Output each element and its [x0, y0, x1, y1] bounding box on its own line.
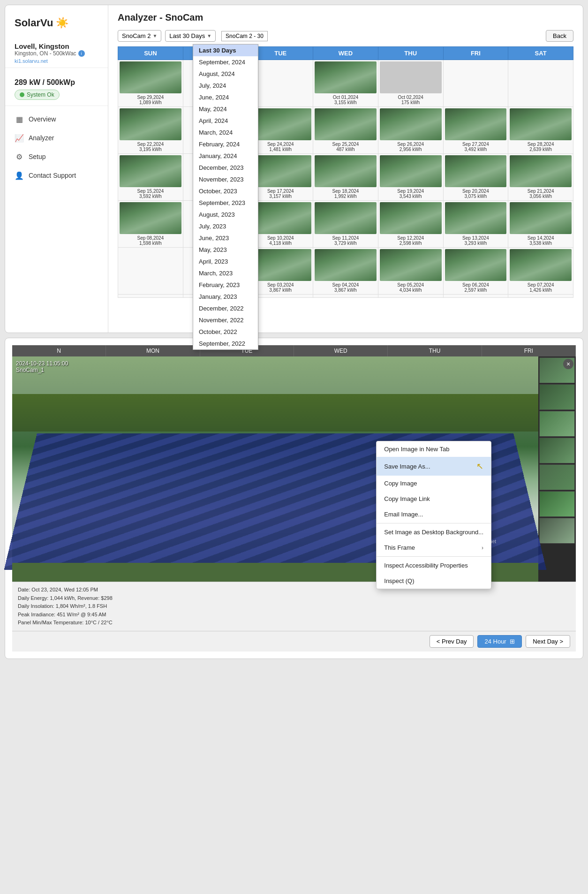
- cal-cell[interactable]: Sep 11,20243,729 kWh: [313, 201, 378, 248]
- cal-cell[interactable]: Sep 27,20243,492 kWh: [443, 107, 508, 154]
- power-info: 289 kW / 500kWp System Ok: [5, 73, 108, 106]
- cal-cell[interactable]: Sep 06,20242,597 kWh: [443, 248, 508, 295]
- dropdown-item-4[interactable]: June, 2024: [193, 91, 258, 103]
- thumb-item[interactable]: [539, 491, 575, 517]
- cal-cell[interactable]: Sep 12,20242,598 kWh: [378, 201, 443, 248]
- cal-cell[interactable]: Sep 22,20243,195 kWh: [118, 107, 183, 154]
- page-title: Analyzer - SnoCam: [118, 12, 573, 23]
- context-email-image[interactable]: Email Image...: [377, 507, 491, 522]
- cal-cell[interactable]: Sep 05,20244,034 kWh: [378, 248, 443, 295]
- dropdown-item-23[interactable]: November, 2022: [193, 314, 258, 326]
- cal-cell[interactable]: Sep 28,20242,639 kWh: [508, 107, 573, 154]
- dropdown-item-21[interactable]: January, 2023: [193, 291, 258, 303]
- modal-header-n: N: [12, 345, 106, 356]
- site-name: Lovell, Kingston: [15, 42, 98, 50]
- context-set-background[interactable]: Set Image as Desktop Background...: [377, 524, 491, 540]
- cal-cell[interactable]: Sep 20,20243,075 kWh: [443, 154, 508, 201]
- status-dot: [20, 92, 24, 97]
- site-url[interactable]: ki1.solarvu.net: [15, 58, 98, 64]
- cal-header-sun: SUN: [118, 47, 183, 60]
- dropdown-item-9[interactable]: January, 2024: [193, 150, 258, 162]
- context-menu: Open Image in New Tab Save Image As... ↖…: [376, 441, 491, 589]
- context-divider-2: [377, 556, 491, 557]
- dropdown-item-0[interactable]: Last 30 Days: [193, 45, 258, 56]
- cal-cell[interactable]: Sep 07,20241,426 kWh: [508, 248, 573, 295]
- cal-cell[interactable]: Sep 25,2024487 kWh: [313, 107, 378, 154]
- calendar-grid: SUN MON TUE WED THU FRI SAT Sep 29,20241…: [118, 46, 573, 298]
- dropdown-item-16[interactable]: June, 2023: [193, 232, 258, 244]
- dropdown-item-24[interactable]: October, 2022: [193, 326, 258, 338]
- sidebar-item-setup[interactable]: ⚙ Setup: [5, 147, 108, 166]
- back-button[interactable]: Back: [546, 30, 573, 42]
- dropdown-item-11[interactable]: November, 2023: [193, 174, 258, 185]
- camera-modal: N MON TUE WED THU FRI × 2024-10-23 11:05…: [5, 338, 583, 659]
- dropdown-item-14[interactable]: August, 2023: [193, 209, 258, 220]
- cal-cell[interactable]: Sep 04,20243,867 kWh: [313, 248, 378, 295]
- dropdown-item-10[interactable]: December, 2023: [193, 162, 258, 174]
- context-copy-link[interactable]: Copy Image Link: [377, 491, 491, 507]
- cal-cell[interactable]: Sep 21,20243,056 kWh: [508, 154, 573, 201]
- thumb-item[interactable]: [539, 411, 575, 437]
- cal-cell[interactable]: Sep 15,20243,592 kWh: [118, 154, 183, 201]
- cal-cell[interactable]: Sep 19,20243,543 kWh: [378, 154, 443, 201]
- close-button[interactable]: ×: [563, 359, 573, 369]
- next-day-button[interactable]: Next Day >: [526, 635, 570, 648]
- context-save-image[interactable]: Save Image As... ↖: [377, 457, 491, 476]
- cal-cell[interactable]: Sep 26,20242,956 kWh: [378, 107, 443, 154]
- camera-image[interactable]: 2024-10-23 11:05:00 SnoCam_1 ru.net Open…: [12, 356, 538, 582]
- cam-select[interactable]: SnoCam 2 ▼: [118, 30, 161, 42]
- prev-day-button[interactable]: < Prev Day: [430, 635, 474, 648]
- cal-cell[interactable]: Sep 08,20241,598 kWh: [118, 201, 183, 248]
- thumb-item[interactable]: [539, 438, 575, 463]
- cursor-icon: ↖: [476, 461, 483, 471]
- dropdown-item-6[interactable]: April, 2024: [193, 115, 258, 127]
- context-inspect[interactable]: Inspect (Q): [377, 573, 491, 589]
- dropdown-item-7[interactable]: March, 2024: [193, 127, 258, 138]
- dropdown-item-2[interactable]: August, 2024: [193, 68, 258, 80]
- power-text: 289 kW / 500kWp: [15, 78, 98, 87]
- context-inspect-accessibility[interactable]: Inspect Accessibility Properties: [377, 558, 491, 573]
- dropdown-item-15[interactable]: July, 2023: [193, 220, 258, 232]
- overview-icon: ▦: [15, 114, 24, 124]
- context-open-image[interactable]: Open Image in New Tab: [377, 441, 491, 457]
- dropdown-item-1[interactable]: September, 2024: [193, 56, 258, 68]
- sidebar-item-overview[interactable]: ▦ Overview: [5, 110, 108, 129]
- cal-cell[interactable]: Sep 13,20243,293 kWh: [443, 201, 508, 248]
- modal-header-mon: MON: [106, 345, 200, 356]
- logo: SolarVu ☀️: [5, 12, 108, 38]
- dropdown-item-17[interactable]: May, 2023: [193, 244, 258, 256]
- context-copy-image[interactable]: Copy Image: [377, 476, 491, 491]
- sidebar: SolarVu ☀️ Lovell, Kingston Kingston, ON…: [5, 5, 108, 333]
- thumb-item[interactable]: [539, 384, 575, 410]
- thumb-item[interactable]: [539, 464, 575, 490]
- analyzer-icon: 📈: [15, 133, 24, 143]
- close-icon: ×: [566, 360, 570, 368]
- dropdown-item-13[interactable]: September, 2023: [193, 197, 258, 209]
- logo-sun-icon: ☀️: [56, 17, 68, 29]
- cal-cell[interactable]: Oct 01,20243,155 kWh: [313, 60, 378, 107]
- dropdown-item-25[interactable]: September, 2022: [193, 338, 258, 349]
- context-this-frame[interactable]: This Frame ›: [377, 540, 491, 555]
- thumb-item[interactable]: [539, 518, 575, 544]
- dropdown-item-12[interactable]: October, 2023: [193, 185, 258, 197]
- dropdown-item-5[interactable]: May, 2024: [193, 103, 258, 115]
- cal-cell[interactable]: Sep 29,20241,089 kWh: [118, 60, 183, 107]
- dropdown-item-8[interactable]: February, 2024: [193, 138, 258, 150]
- period-select[interactable]: Last 30 Days ▼: [165, 30, 216, 42]
- info-icon[interactable]: i: [78, 50, 85, 57]
- dropdown-item-22[interactable]: December, 2022: [193, 303, 258, 314]
- sidebar-item-contact-support[interactable]: 👤 Contact Support: [5, 166, 108, 185]
- sidebar-item-analyzer[interactable]: 📈 Analyzer: [5, 129, 108, 147]
- cal-cell[interactable]: Sep 18,20241,992 kWh: [313, 154, 378, 201]
- dropdown-item-19[interactable]: March, 2023: [193, 267, 258, 279]
- 24hour-button[interactable]: 24 Hour ⊞: [477, 635, 522, 648]
- top-section: SolarVu ☀️ Lovell, Kingston Kingston, ON…: [5, 5, 583, 333]
- modal-header-wed: WED: [294, 345, 388, 356]
- cal-cell: [443, 295, 508, 298]
- cam-time: 2024-10-23 11:05:00: [16, 360, 68, 367]
- dropdown-item-18[interactable]: April, 2023: [193, 256, 258, 267]
- dropdown-item-3[interactable]: July, 2024: [193, 80, 258, 91]
- cam-select-arrow: ▼: [152, 33, 157, 38]
- cal-cell[interactable]: Sep 14,20243,538 kWh: [508, 201, 573, 248]
- dropdown-item-20[interactable]: February, 2023: [193, 279, 258, 291]
